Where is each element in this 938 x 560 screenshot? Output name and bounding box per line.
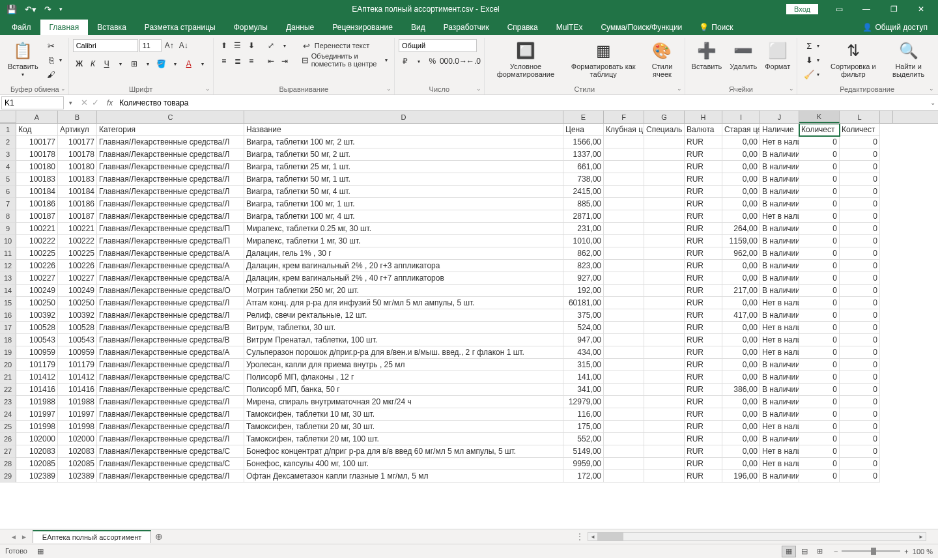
cell[interactable]: 100543 (58, 334, 97, 346)
conditional-formatting-button[interactable]: 🔲Условное форматирование (489, 39, 563, 79)
cell[interactable]: Бонефос концентрат д/приг р-ра для в/в в… (244, 445, 563, 458)
underline-button[interactable]: Ч (100, 57, 113, 70)
cell[interactable]: 0 (840, 371, 880, 384)
bold-button[interactable]: Ж (73, 57, 86, 70)
cell[interactable]: Старая це (722, 124, 760, 136)
cell[interactable]: Офтан Дексаметазон капли глазные 1 мг/мл… (244, 470, 563, 483)
redo-icon[interactable]: ↷ (42, 3, 54, 16)
cell[interactable]: 315,00 (563, 359, 604, 371)
cell[interactable]: 0 (799, 148, 840, 161)
row-header[interactable]: 8 (0, 210, 16, 223)
cell[interactable] (644, 285, 685, 297)
cell[interactable]: RUR (685, 272, 722, 285)
cell[interactable]: 100186 (58, 198, 97, 210)
cell[interactable]: В наличии (760, 260, 799, 272)
row-header[interactable]: 27 (0, 445, 16, 458)
fill-button[interactable]: ⬇▾ (801, 53, 822, 66)
row-header[interactable]: 23 (0, 396, 16, 408)
cell[interactable] (604, 421, 644, 433)
cell[interactable]: 100184 (16, 186, 58, 198)
cell[interactable]: Главная/Лекарственные средства/Л (97, 186, 244, 198)
cell[interactable]: Витрум Пренатал, таблетки, 100 шт. (244, 334, 563, 346)
cancel-formula-icon[interactable]: ✕ (81, 98, 88, 107)
cell[interactable]: 0 (799, 173, 840, 186)
cell[interactable] (604, 433, 644, 445)
cell[interactable]: 0 (799, 136, 840, 148)
merge-center-button[interactable]: ⊟Объединить и поместить в центре▾ (299, 53, 390, 66)
align-bottom-icon[interactable]: ⬇ (245, 39, 258, 52)
cell[interactable]: 100250 (16, 297, 58, 309)
cell[interactable]: Главная/Лекарственные средства/С (97, 458, 244, 470)
zoom-out-icon[interactable]: − (834, 548, 838, 555)
cell[interactable]: Главная/Лекарственные средства/Л (97, 297, 244, 309)
tell-me-search[interactable]: 💡 Поиск (691, 20, 741, 35)
format-cells-button[interactable]: ⬜Формат (762, 39, 793, 72)
cell[interactable]: 0 (799, 285, 840, 297)
cell[interactable] (604, 148, 644, 161)
cell[interactable]: 101179 (16, 359, 58, 371)
cell[interactable] (644, 322, 685, 334)
cell[interactable]: 1159,00 (722, 235, 760, 247)
row-header[interactable]: 2 (0, 136, 16, 148)
cell[interactable]: 0,00 (722, 359, 760, 371)
cell[interactable] (604, 235, 644, 247)
cell[interactable]: 100222 (58, 235, 97, 247)
cell[interactable]: RUR (685, 260, 722, 272)
cell[interactable]: 0,00 (722, 272, 760, 285)
cell[interactable]: Главная/Лекарственные средства/П (97, 235, 244, 247)
cell[interactable]: Тамоксифен, таблетки 20 мг, 100 шт. (244, 433, 563, 445)
cell[interactable] (604, 470, 644, 483)
cell[interactable]: Наличие (760, 124, 799, 136)
cell[interactable]: 264,00 (722, 223, 760, 235)
delete-cells-button[interactable]: ➖Удалить (727, 39, 760, 72)
currency-icon[interactable]: ₽ (399, 55, 412, 68)
row-header[interactable]: 24 (0, 408, 16, 421)
row-header[interactable]: 28 (0, 458, 16, 470)
cell[interactable]: RUR (685, 285, 722, 297)
page-break-view-icon[interactable]: ⊞ (813, 546, 827, 557)
cell[interactable]: 2415,00 (563, 186, 604, 198)
page-layout-view-icon[interactable]: ▤ (797, 546, 812, 557)
cell[interactable] (644, 297, 685, 309)
fx-icon[interactable]: fx (104, 98, 115, 107)
cell[interactable]: 0,00 (722, 396, 760, 408)
cell[interactable]: 0 (840, 173, 880, 186)
cell[interactable]: Главная/Лекарственные средства/Л (97, 198, 244, 210)
cell[interactable]: Тамоксифен, таблетки 10 мг, 30 шт. (244, 408, 563, 421)
cell[interactable]: В наличии (760, 223, 799, 235)
format-as-table-button[interactable]: ▦Форматировать как таблицу (565, 39, 641, 79)
font-size-select[interactable] (139, 39, 162, 52)
cell[interactable] (604, 396, 644, 408)
cell[interactable] (644, 433, 685, 445)
cell[interactable]: RUR (685, 458, 722, 470)
tab-formulas[interactable]: Формулы (225, 20, 277, 35)
cell[interactable]: 0 (799, 470, 840, 483)
scroll-left-icon[interactable]: ◄ (588, 533, 597, 540)
cell[interactable] (604, 297, 644, 309)
cell[interactable] (644, 445, 685, 458)
cut-button[interactable]: ✂ (44, 39, 64, 52)
cell[interactable]: 9959,00 (563, 458, 604, 470)
cell[interactable]: 100187 (58, 210, 97, 223)
decrease-font-icon[interactable]: A↓ (177, 41, 190, 50)
increase-indent-icon[interactable]: ⇥ (278, 55, 291, 68)
cell[interactable]: 101412 (58, 371, 97, 384)
row-header[interactable]: 6 (0, 186, 16, 198)
cell[interactable]: В наличии (760, 235, 799, 247)
cell[interactable] (644, 470, 685, 483)
cell[interactable]: 0 (840, 223, 880, 235)
cell[interactable]: 101988 (58, 396, 97, 408)
cell[interactable]: 196,00 (722, 470, 760, 483)
cell[interactable]: 100392 (16, 309, 58, 322)
cell[interactable]: Виагра, таблетки 25 мг, 1 шт. (244, 161, 563, 173)
row-header[interactable]: 21 (0, 371, 16, 384)
cell[interactable]: Нет в нали (760, 136, 799, 148)
cell[interactable]: 927,00 (563, 272, 604, 285)
cell[interactable]: 0 (799, 260, 840, 272)
cell[interactable]: 0 (840, 272, 880, 285)
row-header[interactable]: 1 (0, 124, 16, 136)
cell[interactable]: Нет в нали (760, 458, 799, 470)
increase-font-icon[interactable]: A↑ (163, 41, 176, 50)
percent-icon[interactable]: % (426, 55, 439, 68)
maximize-icon[interactable]: ❐ (881, 0, 907, 18)
